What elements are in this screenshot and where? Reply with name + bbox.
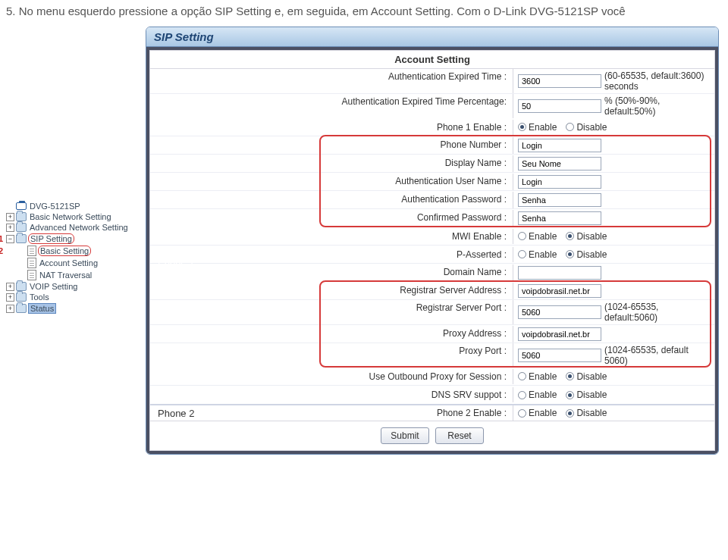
radio-enable[interactable]: Enable	[518, 231, 557, 242]
field-label: Registrar Server Port :	[324, 300, 513, 324]
field-label: Proxy Port :	[324, 343, 513, 368]
radio-disable[interactable]: Disable	[566, 249, 607, 260]
form-row: Phone Number :	[150, 136, 714, 155]
folder-icon	[16, 282, 27, 291]
folder-icon	[16, 212, 27, 221]
tree-advanced-network[interactable]: + Advanced Network Setting	[6, 222, 141, 233]
tree-nat-traversal[interactable]: NAT Traversal	[6, 269, 141, 281]
radio-group[interactable]: EnableDisable	[513, 229, 714, 244]
tree-sip-label: SIP Setting	[28, 233, 74, 244]
field-label: Authentication User Name :	[324, 174, 513, 190]
main-panel: SIP Setting Account Setting Authenticati…	[146, 27, 719, 455]
page-icon	[27, 258, 36, 268]
text-input[interactable]	[518, 284, 601, 298]
text-input[interactable]	[518, 305, 601, 319]
expand-icon[interactable]: +	[6, 283, 14, 291]
form-row: Authentication Expired Time :(60-65535, …	[150, 69, 714, 94]
form-row: Display Name :	[150, 155, 714, 173]
radio-disable[interactable]: Disable	[566, 389, 607, 400]
form-row: Registrar Server Port :(1024-65535, defa…	[150, 300, 714, 325]
radio-enable[interactable]: Enable	[518, 371, 557, 382]
callout-num: 2	[0, 246, 3, 255]
radio-enable[interactable]: Enable	[518, 122, 557, 133]
form-row: DNS SRV suppot :EnableDisable	[150, 386, 714, 404]
device-icon	[16, 202, 27, 210]
panel-title: SIP Setting	[154, 30, 711, 43]
step-text: 5. No menu esquerdo pressione a opção SI…	[0, 0, 728, 27]
field-label: Registrar Server Address :	[324, 283, 513, 299]
text-input[interactable]	[518, 349, 601, 362]
radio-disable[interactable]: Disable	[566, 408, 607, 418]
tree-account-setting[interactable]: Account Setting	[6, 257, 141, 269]
field-label: Phone Number :	[324, 137, 513, 154]
field-label: Confirmed Password :	[324, 210, 513, 227]
phone2-enable-radio[interactable]: EnableDisable	[513, 405, 714, 421]
form-row: Authentication Password :	[150, 191, 714, 209]
collapse-icon[interactable]: −	[6, 235, 14, 243]
form-row: Authentication User Name :	[150, 173, 714, 191]
text-input[interactable]	[518, 139, 601, 152]
field-label: DNS SRV suppot :	[324, 387, 513, 402]
expand-icon[interactable]: +	[6, 305, 14, 313]
field-hint: (60-65535, default:3600) seconds	[604, 70, 710, 92]
phone2-block: Phone 2 Phone 2 Enable : EnableDisable	[150, 404, 714, 421]
form-row: Proxy Port :(1024-65535, default 5060)	[150, 343, 714, 368]
form-row: MWI Enable :EnableDisable	[150, 227, 714, 246]
callout-num: 1	[0, 234, 3, 243]
form-row: Confirmed Password :	[150, 209, 714, 227]
tree-sip-setting[interactable]: 1 − SIP Setting	[6, 233, 141, 245]
tree-status[interactable]: + Status	[6, 302, 141, 314]
radio-disable[interactable]: Disable	[566, 231, 607, 242]
phone1-enable-radio[interactable]: EnableDisable	[513, 120, 714, 135]
phone2-side-label: Phone 2	[150, 405, 324, 421]
text-input[interactable]	[518, 175, 601, 189]
panel-head: SIP Setting	[146, 27, 718, 47]
radio-group[interactable]: EnableDisable	[513, 369, 714, 384]
phone1-mid-group: MWI Enable :EnableDisableP-Asserted :Ena…	[150, 227, 714, 282]
radio-enable[interactable]: Enable	[518, 389, 557, 400]
radio-enable[interactable]: Enable	[518, 249, 557, 260]
folder-icon	[16, 234, 27, 243]
field-label: Display Name :	[324, 155, 513, 172]
phone1-server-group: Registrar Server Address :Registrar Serv…	[150, 282, 714, 368]
field-label: Authentication Expired Time Percentage:	[324, 94, 513, 118]
expand-icon[interactable]: +	[6, 224, 14, 232]
radio-disable[interactable]: Disable	[566, 371, 607, 382]
top-rows: Authentication Expired Time :(60-65535, …	[150, 69, 714, 118]
radio-disable[interactable]: Disable	[566, 122, 607, 133]
tree-voip-setting[interactable]: + VOIP Setting	[6, 281, 141, 292]
form-row: Registrar Server Address :	[150, 282, 714, 300]
text-input[interactable]	[518, 157, 601, 171]
form-row: Authentication Expired Time Percentage:%…	[150, 94, 714, 118]
tree-basic-setting[interactable]: 2 Basic Setting	[6, 245, 141, 257]
button-row: Submit Reset	[150, 421, 714, 450]
radio-group[interactable]: EnableDisable	[513, 387, 714, 402]
tree-basic-setting-label: Basic Setting	[38, 246, 91, 256]
page-icon	[27, 246, 36, 256]
radio-group[interactable]: EnableDisable	[513, 247, 714, 262]
text-input[interactable]	[518, 74, 601, 88]
phone1-enable-label: Phone 1 Enable :	[324, 120, 513, 135]
tree-tools[interactable]: + Tools	[6, 292, 141, 302]
phone2-enable-label: Phone 2 Enable :	[324, 405, 513, 421]
expand-icon[interactable]: +	[6, 293, 14, 302]
tree-basic-network[interactable]: + Basic Network Setting	[6, 211, 141, 222]
text-input[interactable]	[518, 99, 601, 113]
folder-icon	[16, 293, 27, 302]
field-label: Proxy Address :	[324, 326, 513, 343]
reset-button[interactable]: Reset	[435, 427, 484, 444]
radio-enable[interactable]: Enable	[518, 408, 557, 418]
text-input[interactable]	[518, 266, 601, 280]
form-row: Use Outbound Proxy for Session :EnableDi…	[150, 368, 714, 386]
text-input[interactable]	[518, 193, 601, 207]
field-hint: (1024-65535, default 5060)	[604, 345, 710, 366]
tree-status-label: Status	[28, 303, 56, 314]
text-input[interactable]	[518, 211, 601, 225]
tree-device[interactable]: DVG-5121SP	[6, 201, 141, 211]
phone1-side-label: Phone 1	[158, 255, 194, 267]
field-label: Use Outbound Proxy for Session :	[324, 369, 513, 384]
submit-button[interactable]: Submit	[381, 427, 429, 444]
expand-icon[interactable]: +	[6, 213, 14, 221]
field-hint: (1024-65535, default:5060)	[604, 302, 710, 323]
text-input[interactable]	[518, 327, 601, 341]
